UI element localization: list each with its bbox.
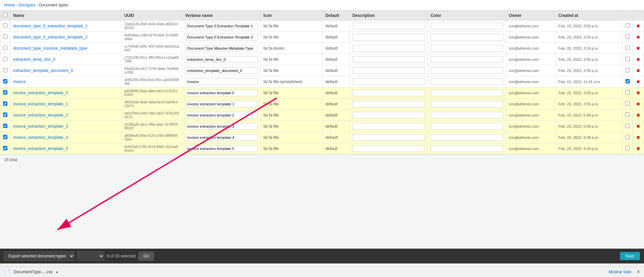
row-checkbox-cell [0,43,10,54]
row-description-input[interactable] [353,145,425,152]
delete-button[interactable]: ✖ [636,57,641,62]
row-color-input[interactable] [431,34,503,41]
row-verbose-input[interactable] [185,78,258,85]
row-name-link[interactable]: extraction_temp_doc_0 [13,57,55,62]
row-checkbox[interactable] [3,101,7,106]
row-color-input[interactable] [431,78,503,85]
row-extra-checkbox[interactable] [625,68,630,72]
row-description-input[interactable] [353,90,425,96]
row-extra-checkbox[interactable] [625,101,630,106]
row-checkbox[interactable] [3,112,7,117]
delete-button[interactable]: ✖ [636,46,641,51]
delete-button[interactable]: ✖ [636,34,641,40]
row-verbose-input[interactable] [185,134,258,141]
row-description-input[interactable] [353,34,425,41]
row-checkbox[interactable] [3,79,7,83]
delete-button[interactable]: ✖ [636,90,641,96]
row-checkbox[interactable] [3,46,7,50]
row-name-cell: invoice_extraction_template_4 [10,132,122,143]
delete-button[interactable]: ✖ [636,124,641,129]
row-name-link[interactable]: document_type_0_extraction_template_2 [13,35,87,40]
row-verbose-input[interactable] [185,23,258,29]
row-extra-checkbox-cell [623,143,633,154]
row-checkbox[interactable] [3,146,7,150]
row-extra-checkbox[interactable] [625,23,630,28]
row-description-input[interactable] [353,45,425,52]
row-name-link[interactable]: invoice_extraction_template_5 [13,146,68,151]
row-color-input[interactable] [431,45,503,52]
row-created: Feb. 23, 2023, 5:49 p.m. [556,121,622,132]
row-color-input[interactable] [431,101,503,107]
delete-button[interactable]: ✖ [636,68,641,73]
breadcrumb-doctypes[interactable]: Doctypes [19,3,35,7]
row-checkbox[interactable] [3,34,7,39]
row-checkbox-cell [0,87,10,99]
row-description-input[interactable] [353,23,425,29]
row-verbose-input[interactable] [185,34,258,41]
row-extra-checkbox[interactable] [625,34,630,39]
col-owner: Owner [506,11,556,21]
row-color-input[interactable] [431,67,503,74]
row-extra-checkbox[interactable] [625,90,630,95]
row-name-link[interactable]: invoice_extraction_template_0 [13,91,68,95]
row-name-link[interactable]: invoice_extraction_template_1 [13,102,68,106]
delete-button[interactable]: ✖ [636,79,641,84]
row-verbose-input[interactable] [185,90,258,96]
row-verbose-cell [182,110,261,121]
row-description-input[interactable] [353,112,425,119]
row-checkbox[interactable] [3,68,7,72]
row-name-link[interactable]: extraction_template_document_0 [13,68,73,73]
row-extra-checkbox[interactable] [625,112,630,117]
row-color-input[interactable] [431,145,503,152]
row-description-input[interactable] [353,56,425,63]
row-icon: fal fa-file [260,132,323,143]
row-extra-checkbox-cell [623,65,633,76]
row-color-input[interactable] [431,23,503,29]
row-verbose-cell [182,65,261,76]
select-all-checkbox[interactable] [3,13,7,17]
delete-button[interactable]: ✖ [636,112,641,118]
row-name-link[interactable]: invoice_extraction_template_3 [13,124,68,129]
row-extra-checkbox[interactable] [625,124,630,128]
row-description-input[interactable] [353,78,425,85]
row-name-link[interactable]: invoice_extraction_template_2 [13,113,68,118]
row-checkbox[interactable] [3,57,7,61]
row-extra-checkbox[interactable] [625,135,630,139]
row-checkbox[interactable] [3,124,7,128]
row-checkbox-cell [0,32,10,43]
row-verbose-input[interactable] [185,123,258,130]
row-verbose-input[interactable] [185,145,258,152]
row-verbose-input[interactable] [185,67,258,74]
row-color-input[interactable] [431,112,503,119]
row-checkbox[interactable] [3,23,7,28]
row-description-cell [350,87,428,99]
row-name-link[interactable]: invoice_extraction_template_4 [13,135,68,140]
row-description-input[interactable] [353,67,425,74]
row-extra-checkbox[interactable] [625,46,630,50]
row-color-input[interactable] [431,123,503,130]
row-name-link[interactable]: invoice [13,79,26,84]
row-description-input[interactable] [353,134,425,141]
row-name-link[interactable]: document_type_0_extraction_template_1 [13,24,87,28]
row-checkbox[interactable] [3,90,7,95]
delete-button[interactable]: ✖ [636,23,641,29]
row-extra-checkbox[interactable] [625,146,630,150]
delete-button[interactable]: ✖ [636,135,641,140]
row-checkbox[interactable] [3,135,7,139]
row-name-cell: document_type_massive_metadata_type [10,43,122,54]
delete-button[interactable]: ✖ [636,146,641,151]
row-color-input[interactable] [431,134,503,141]
delete-button[interactable]: ✖ [636,101,641,107]
row-verbose-input[interactable] [185,56,258,63]
row-verbose-input[interactable] [185,101,258,107]
row-extra-checkbox[interactable] [625,57,630,61]
row-name-link[interactable]: document_type_massive_metadata_type [13,46,87,51]
row-verbose-input[interactable] [185,45,258,52]
row-color-input[interactable] [431,56,503,63]
row-color-input[interactable] [431,90,503,96]
row-description-input[interactable] [353,123,425,130]
row-verbose-input[interactable] [185,112,258,119]
row-description-input[interactable] [353,101,425,107]
row-extra-checkbox[interactable] [625,79,630,83]
breadcrumb-home[interactable]: Home [4,3,15,7]
